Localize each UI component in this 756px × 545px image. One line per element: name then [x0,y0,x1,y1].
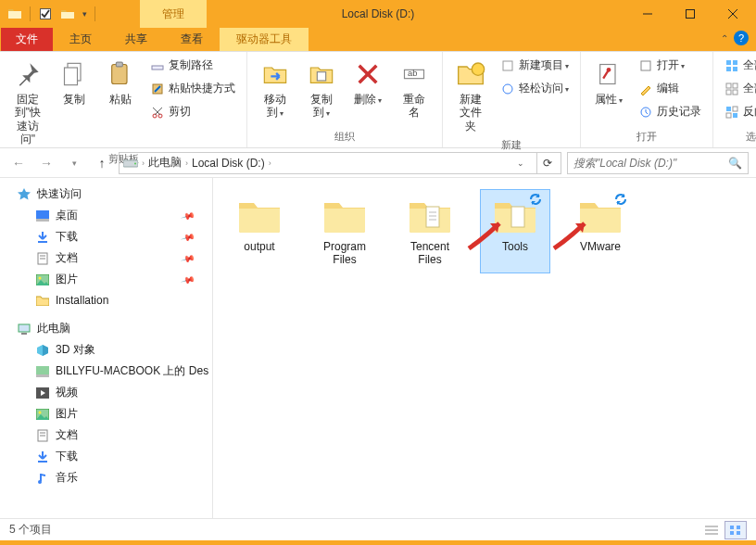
checkbox-icon[interactable] [38,6,53,21]
minimize-button[interactable] [626,0,669,28]
network-drive-icon [35,364,50,379]
navigation-pane[interactable]: 快速访问 桌面 📌 下载 📌 文档 📌 图片 📌 Installation [0,178,213,518]
delete-button[interactable]: 删除 [347,56,388,109]
crumb-thispc[interactable]: 此电脑 [148,155,182,171]
properties-button[interactable]: 属性 [588,56,629,109]
copy-to-button[interactable]: 复制到 [301,56,342,123]
group-label-open: 打开 [588,128,705,147]
open-button[interactable]: 打开 [635,56,705,75]
paste-button[interactable]: 粘贴 [100,56,141,109]
new-folder-button[interactable]: 新建 文件夹 [450,56,491,136]
tab-view[interactable]: 查看 [164,28,220,51]
svg-rect-37 [726,113,731,118]
svg-point-48 [39,276,42,279]
chevron-right-icon[interactable]: › [269,158,271,168]
svg-rect-2 [687,10,695,19]
folder-item[interactable]: Tencent Files [395,189,465,273]
up-button[interactable]: ↑ [91,152,113,174]
star-icon [17,187,32,202]
sidebar-item-installation[interactable]: Installation [0,290,212,311]
sidebar-item-label: 此电脑 [37,321,70,336]
sidebar-item-label: 桌面 [56,208,78,223]
paste-shortcut-button[interactable]: 粘贴快捷方式 [146,79,239,98]
cut-button[interactable]: 剪切 [146,102,239,121]
address-dropdown-icon[interactable]: ⌄ [512,158,529,168]
file-pane[interactable]: output Program Files Tencent Files [213,178,756,518]
pin-to-quickaccess-button[interactable]: 固定到"快 速访问" [7,56,48,150]
edit-button[interactable]: 编辑 [635,79,705,98]
folder-icon [576,196,624,236]
sidebar-item-videos[interactable]: 视频 [0,382,212,403]
invert-selection-button[interactable]: 反向选择 [721,102,756,121]
open-icon [638,58,653,73]
svg-rect-65 [511,207,524,227]
refresh-button[interactable]: ⟳ [536,153,557,173]
folder-item[interactable]: Program Files [309,189,380,273]
sidebar-item-documents2[interactable]: 文档 [0,425,212,446]
copy-button[interactable]: 复制 [54,56,94,109]
close-button[interactable] [712,0,754,28]
select-all-button[interactable]: 全部选择 [721,56,756,75]
address-bar[interactable]: › 此电脑 › Local Disk (D:) › ⌄ ⟳ [119,152,561,174]
select-none-button[interactable]: 全部取消 [721,79,756,98]
crumb-drive[interactable]: Local Disk (D:) [192,157,265,170]
sidebar-item-macbook-desktop[interactable]: BILLYFU-MACBOOK 上的 Des [0,361,212,382]
maximize-button[interactable] [669,0,712,28]
search-box[interactable]: 🔍 [567,152,749,174]
search-icon[interactable]: 🔍 [728,157,742,170]
newfolder-icon [456,59,485,89]
sidebar-item-quickaccess[interactable]: 快速访问 [0,184,212,205]
details-view-button[interactable] [700,521,723,539]
tab-home[interactable]: 主页 [53,28,108,51]
forward-button[interactable]: → [35,152,57,174]
easy-access-button[interactable]: 轻松访问 [497,79,573,98]
path-icon [150,58,165,73]
drive-icon [123,156,138,171]
history-button[interactable]: 历史记录 [635,102,705,121]
chevron-right-icon[interactable]: › [142,158,145,168]
recent-dropdown-icon[interactable]: ▾ [63,152,85,174]
copy-path-button[interactable]: 复制路径 [146,56,239,75]
paste-icon [106,59,135,89]
sync-overlay-icon [613,192,628,207]
sidebar-item-desktop[interactable]: 桌面 📌 [0,205,212,226]
tab-share[interactable]: 共享 [108,28,164,51]
qat-dropdown-icon[interactable]: ▾ [82,9,87,19]
sidebar-item-pictures[interactable]: 图片 📌 [0,269,212,290]
body: 快速访问 桌面 📌 下载 📌 文档 📌 图片 📌 Installation [0,178,756,518]
tab-file[interactable]: 文件 [1,28,53,51]
invert-icon [724,105,739,120]
video-icon [35,386,50,400]
folder-item[interactable]: Tools [480,189,550,273]
svg-rect-72 [737,531,740,535]
tab-drive-tools[interactable]: 驱动器工具 [220,28,309,51]
shortcut-icon [150,82,165,96]
sidebar-item-pictures2[interactable]: 图片 [0,403,212,425]
move-to-button[interactable]: 移动到 [255,56,296,123]
sidebar-item-thispc[interactable]: 此电脑 [0,318,212,339]
ribbon-collapse-icon[interactable]: ⌃ [721,33,728,44]
new-item-button[interactable]: 新建项目 [497,56,573,75]
sidebar-item-music[interactable]: 音乐 [0,467,212,488]
sidebar-item-label: 音乐 [56,470,78,486]
svg-rect-34 [733,90,737,95]
ribbon-tab-strip: 文件 主页 共享 查看 驱动器工具 ⌃ ? [0,28,756,51]
folder-small-icon[interactable] [60,6,75,21]
icons-view-button[interactable] [724,521,747,539]
sidebar-item-documents[interactable]: 文档 📌 [0,247,212,269]
chevron-right-icon[interactable]: › [185,158,188,168]
help-icon[interactable]: ? [734,31,749,45]
music-icon [35,471,50,486]
search-input[interactable] [573,157,728,170]
svg-rect-28 [733,60,737,65]
svg-rect-51 [36,366,49,374]
sidebar-item-downloads2[interactable]: 下载 [0,446,212,467]
sidebar-item-downloads[interactable]: 下载 📌 [0,226,212,247]
rename-button[interactable]: ab 重命名 [394,56,435,123]
sidebar-item-3dobjects[interactable]: 3D 对象 [0,339,212,361]
ribbon-group-clipboard: 固定到"快 速访问" 复制 粘贴 复制路径 粘贴快捷方式 [0,52,247,147]
folder-item[interactable]: VMware [565,189,636,273]
svg-text:ab: ab [408,69,417,78]
folder-item[interactable]: output [224,189,295,273]
back-button[interactable]: ← [7,152,30,174]
